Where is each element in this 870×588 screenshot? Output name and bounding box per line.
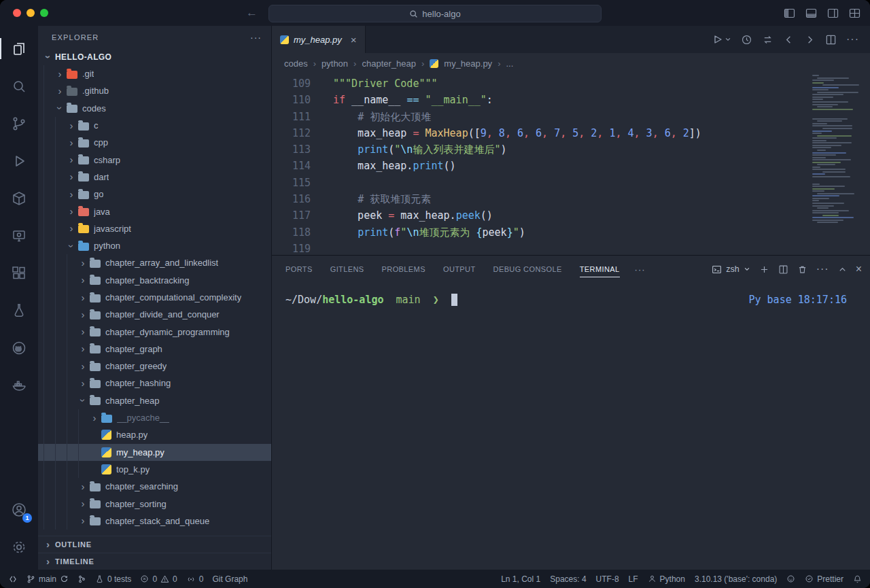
code-line[interactable]: 111 # 初始化大顶堆	[272, 109, 870, 125]
extensions-icon[interactable]	[0, 254, 38, 292]
eol-status[interactable]: LF	[629, 574, 638, 584]
tree-folder-.git[interactable]: ›.git	[38, 65, 271, 82]
breadcrumb-codes[interactable]: codes	[284, 58, 308, 69]
panel-tab-problems[interactable]: PROBLEMS	[382, 256, 425, 283]
feedback-smiley-icon[interactable]	[786, 574, 795, 583]
tree-folder-chapter_searching[interactable]: ›chapter_searching	[38, 478, 271, 495]
tree-folder-chapter_backtracking[interactable]: ›chapter_backtracking	[38, 272, 271, 289]
search-icon[interactable]	[0, 67, 38, 105]
tree-folder-javascript[interactable]: ›javascript	[38, 220, 271, 237]
tree-folder-c[interactable]: ›c	[38, 117, 271, 134]
code-line[interactable]: 113 print("\n输入列表并建堆后")	[272, 141, 870, 158]
accounts-icon[interactable]: 1	[0, 491, 38, 528]
tree-folder-dart[interactable]: ›dart	[38, 169, 271, 186]
code-line[interactable]: 117 peek = max_heap.peek()	[272, 207, 870, 224]
breadcrumb-file[interactable]: my_heap.py	[444, 58, 492, 69]
toggle-panel-icon[interactable]	[805, 7, 817, 19]
code-editor[interactable]: 109"""Driver Code"""110if __name__ == "_…	[272, 73, 870, 255]
kill-terminal-trash-icon[interactable]	[797, 264, 807, 275]
tree-folder-.github[interactable]: ›.github	[38, 82, 271, 99]
package-icon[interactable]	[0, 179, 38, 217]
settings-gear-icon[interactable]	[0, 528, 38, 566]
outline-section[interactable]: › OUTLINE	[38, 536, 271, 553]
next-change-icon[interactable]	[804, 34, 816, 46]
problems-status[interactable]: 0 0	[140, 574, 177, 584]
tree-file-top_k.py[interactable]: top_k.py	[38, 461, 271, 478]
panel-tab-gitlens[interactable]: GITLENS	[330, 256, 364, 283]
tree-folder-chapter_divide_and_conquer[interactable]: ›chapter_divide_and_conquer	[38, 306, 271, 323]
tree-folder-chapter_greedy[interactable]: ›chapter_greedy	[38, 358, 271, 375]
remote-explorer-icon[interactable]	[0, 217, 38, 254]
tree-folder-csharp[interactable]: ›csharp	[38, 151, 271, 168]
tree-folder-chapter_array_and_linkedlist[interactable]: ›chapter_array_and_linkedlist	[38, 254, 271, 271]
remote-indicator[interactable]	[8, 574, 18, 584]
tree-folder-cpp[interactable]: ›cpp	[38, 134, 271, 151]
indentation-status[interactable]: Spaces: 4	[550, 574, 586, 584]
ports-status[interactable]: 0	[186, 574, 204, 584]
python-interpreter-status[interactable]: 3.10.13 ('base': conda)	[695, 574, 777, 584]
code-line[interactable]: 110if __name__ == "__main__":	[272, 92, 870, 108]
tree-folder-chapter_stack_and_queue[interactable]: ›chapter_stack_and_queue	[38, 513, 271, 530]
code-line[interactable]: 114 max_heap.print()	[272, 158, 870, 174]
code-line[interactable]: 115	[272, 175, 870, 191]
back-arrow-icon[interactable]: ←	[246, 6, 258, 20]
timeline-section[interactable]: › TIMELINE	[38, 553, 271, 570]
git-branch-status[interactable]: main	[27, 574, 69, 584]
code-line[interactable]: 119	[272, 241, 870, 255]
git-graph-icon[interactable]	[77, 574, 86, 584]
docker-icon[interactable]	[0, 366, 38, 404]
split-terminal-icon[interactable]	[778, 264, 788, 275]
tree-folder-chapter_computational_complexity[interactable]: ›chapter_computational_complexity	[38, 289, 271, 306]
test-beaker-icon[interactable]	[0, 292, 38, 329]
tree-folder-chapter_graph[interactable]: ›chapter_graph	[38, 341, 271, 358]
panel-tab-debug-console[interactable]: DEBUG CONSOLE	[493, 256, 562, 283]
tree-folder-chapter_heap[interactable]: ›chapter_heap	[38, 392, 271, 409]
panel-tab-output[interactable]: OUTPUT	[443, 256, 476, 283]
notifications-bell-icon[interactable]	[853, 574, 862, 584]
language-mode-status[interactable]: Python	[648, 574, 685, 584]
code-line[interactable]: 112 max_heap = MaxHeap([9, 8, 6, 6, 7, 5…	[272, 125, 870, 141]
tree-folder-chapter_hashing[interactable]: ›chapter_hashing	[38, 375, 271, 392]
tree-folder-codes[interactable]: ›codes	[38, 100, 271, 117]
terminal-view[interactable]: ~/Dow/hello-algo main ❯ Py base 18:17:16	[272, 283, 870, 570]
tree-folder-java[interactable]: ›java	[38, 203, 271, 220]
editor-more-actions-icon[interactable]: ···	[846, 33, 859, 46]
command-center-search[interactable]: hello-algo	[268, 5, 602, 22]
toggle-secondary-sidebar-icon[interactable]	[827, 7, 839, 19]
tree-folder-python[interactable]: ›python	[38, 237, 271, 254]
source-control-icon[interactable]	[0, 105, 38, 142]
panel-more-actions-icon[interactable]: ···	[816, 263, 829, 275]
panel-tab-terminal[interactable]: TERMINAL	[580, 256, 620, 283]
close-panel-icon[interactable]: ×	[856, 263, 862, 275]
zoom-window-button[interactable]	[40, 9, 48, 17]
tree-root-hello-algo[interactable]: › HELLO-ALGO	[38, 49, 271, 65]
cursor-position-status[interactable]: Ln 1, Col 1	[501, 574, 540, 584]
maximize-panel-icon[interactable]	[838, 265, 847, 274]
tree-folder-chapter_sorting[interactable]: ›chapter_sorting	[38, 495, 271, 512]
terminal-shell-picker[interactable]: zsh	[712, 264, 750, 275]
encoding-status[interactable]: UTF-8	[596, 574, 619, 584]
customize-layout-icon[interactable]	[849, 7, 860, 19]
toggle-sidebar-icon[interactable]	[784, 7, 795, 19]
previous-change-icon[interactable]	[783, 34, 795, 46]
breadcrumb-symbol-more[interactable]: ...	[506, 58, 513, 69]
minimap[interactable]	[810, 73, 863, 224]
panel-tab-ports[interactable]: PORTS	[285, 256, 313, 283]
explorer-more-actions-icon[interactable]: ···	[250, 32, 262, 43]
close-tab-icon[interactable]: ×	[351, 34, 357, 46]
close-window-button[interactable]	[13, 9, 21, 17]
tests-status[interactable]: 0 tests	[95, 574, 131, 584]
tree-file-heap.py[interactable]: heap.py	[38, 426, 271, 443]
git-graph-button[interactable]: Git Graph	[212, 574, 247, 584]
run-and-debug-icon[interactable]	[0, 142, 38, 179]
open-changes-icon[interactable]	[762, 34, 773, 46]
github-icon[interactable]	[0, 329, 38, 366]
run-python-file-button[interactable]	[711, 33, 731, 46]
tree-folder-go[interactable]: ›go	[38, 186, 271, 203]
new-terminal-icon[interactable]	[759, 264, 769, 275]
tree-file-my_heap.py[interactable]: my_heap.py	[38, 444, 271, 461]
tree-folder-__pycache__[interactable]: ›__pycache__	[38, 409, 271, 426]
prettier-status[interactable]: Prettier	[805, 574, 843, 584]
minimize-window-button[interactable]	[27, 9, 35, 17]
code-line[interactable]: 118 print(f"\n堆顶元素为 {peek}")	[272, 224, 870, 241]
